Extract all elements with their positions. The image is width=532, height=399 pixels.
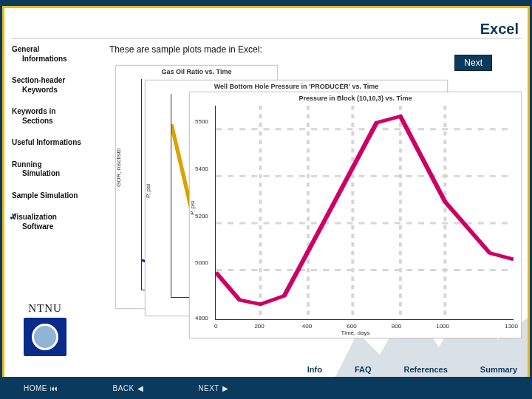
chart-xlabel: Time, days	[190, 330, 521, 336]
chart-title: Pressure in Block (10,10,3) vs. Time	[190, 92, 521, 102]
home-button[interactable]: HOME ⏮	[19, 383, 63, 394]
link-summary[interactable]: Summary	[480, 365, 517, 374]
sidebar-item-sample-sim[interactable]: Sample Simulation	[12, 189, 105, 211]
back-button[interactable]: BACK ◀	[109, 383, 149, 394]
frame-left	[0, 6, 4, 399]
footer-links: Info FAQ References Summary	[307, 365, 517, 374]
sidebar: General Informations Section-header Keyw…	[12, 43, 105, 242]
sidebar-label: Informations	[12, 55, 105, 64]
checkmark-icon: ✓	[9, 211, 18, 224]
sidebar-label: Software	[12, 222, 105, 232]
bottom-nav-bar: HOME ⏮ BACK ◀ NEXT ▶	[0, 377, 532, 399]
sidebar-label: Simulation	[12, 169, 105, 179]
nav-label: NEXT	[198, 384, 219, 392]
ytick: 5500	[195, 118, 208, 125]
sidebar-item-general[interactable]: General Informations	[12, 43, 105, 74]
sidebar-label: Sections	[12, 117, 105, 126]
sidebar-label: Sample Simulation	[12, 191, 78, 200]
sidebar-item-useful-info[interactable]: Useful Informations	[12, 136, 105, 158]
sidebar-label: Keywords	[12, 86, 105, 95]
xtick: 0	[214, 323, 217, 330]
page-title: Excel	[480, 21, 519, 38]
ytick: 5400	[195, 166, 208, 172]
ntnu-logo-icon	[24, 318, 66, 356]
first-icon: ⏮	[50, 384, 58, 392]
chart-pressure-block: Pressure in Block (10,10,3) vs. Time P, …	[189, 92, 522, 338]
ytick: 4800	[195, 315, 208, 321]
next-icon: ▶	[222, 384, 229, 392]
xtick: 1000	[436, 323, 449, 330]
chart-ylabel: P, psi	[145, 184, 151, 198]
chart-title: Gas Oil Ratio vs. Time	[116, 66, 277, 75]
sidebar-label: Keywords in	[12, 107, 55, 115]
xtick: 1300	[505, 323, 518, 330]
frame-top-accent	[4, 6, 528, 8]
link-faq[interactable]: FAQ	[355, 365, 372, 374]
main-content: These are sample plots made in Excel: Ne…	[109, 44, 520, 359]
chart-stack: Gas Oil Ratio vs. Time GOR, mscf/stb Tim…	[115, 65, 520, 359]
sidebar-label: Visualization	[12, 213, 57, 221]
link-references[interactable]: References	[404, 365, 448, 374]
chart-ylabel: GOR, mscf/stb	[115, 149, 122, 187]
xtick: 400	[302, 323, 312, 330]
chart-title: Well Bottom Hole Pressure in 'PRODUCER' …	[146, 81, 447, 90]
intro-text: These are sample plots made in Excel:	[109, 44, 520, 55]
sidebar-label: Running	[12, 160, 42, 168]
sidebar-label: Useful Informations	[12, 138, 81, 146]
sidebar-item-keywords-sections[interactable]: Keywords in Sections	[12, 105, 105, 136]
frame-right	[528, 6, 532, 377]
xtick: 200	[254, 323, 264, 330]
ntnu-label: NTNU	[24, 302, 66, 315]
sidebar-label: General	[12, 45, 39, 53]
nav-label: BACK	[113, 384, 134, 392]
xtick: 600	[347, 323, 356, 330]
link-info[interactable]: Info	[307, 365, 322, 374]
next-nav-button[interactable]: NEXT ▶	[194, 383, 233, 394]
header-rule	[12, 38, 522, 39]
xtick: 800	[392, 323, 401, 330]
ytick: 5000	[195, 259, 208, 266]
sidebar-label: Section-header	[12, 76, 65, 84]
ytick: 5200	[195, 213, 208, 219]
sidebar-item-section-header[interactable]: Section-header Keywords	[12, 74, 105, 105]
prev-icon: ◀	[137, 384, 144, 392]
nav-label: HOME	[24, 384, 47, 392]
ntnu-branding: NTNU	[24, 302, 66, 356]
sidebar-item-visualization[interactable]: ✓ Visualization Software	[12, 211, 105, 242]
sidebar-item-running-sim[interactable]: Running Simulation	[12, 158, 105, 189]
